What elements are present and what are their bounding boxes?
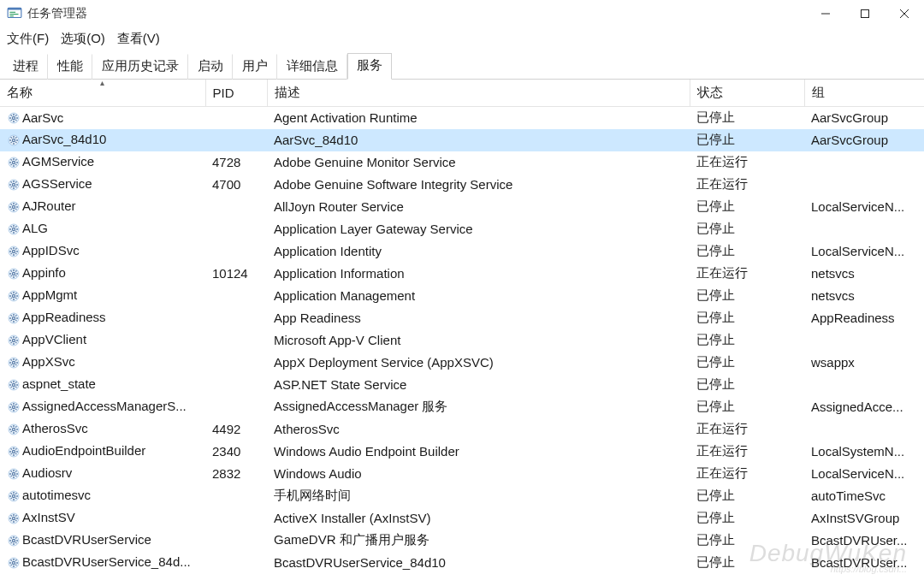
cell-description: Agent Activation Runtime [267,107,690,129]
cell-description: Application Layer Gateway Service [267,218,690,240]
table-row[interactable]: BcastDVRUserService_84d...BcastDVRUserSe… [0,552,924,574]
column-header-description[interactable]: 描述 [267,80,690,107]
svg-rect-1 [8,8,21,9]
service-gear-icon [7,445,21,459]
svg-point-195 [13,473,15,475]
cell-status: 已停止 [690,285,804,307]
cell-group: wsappx [804,352,924,374]
service-gear-icon [7,222,21,236]
cell-name: AJRouter [0,196,205,218]
cell-name: AGSService [0,174,205,196]
service-name-label: AJRouter [22,198,76,213]
table-row[interactable]: AGSService4700Adobe Genuine Software Int… [0,174,924,196]
table-row[interactable]: AudioEndpointBuilder2340Windows Audio En… [0,441,924,463]
menu-view[interactable]: 查看(V) [117,31,160,47]
close-button[interactable] [885,0,924,27]
table-row[interactable]: BcastDVRUserServiceGameDVR 和广播用户服务已停止Bca… [0,530,924,552]
svg-rect-187 [13,470,14,471]
cell-name: aspnet_state [0,374,205,396]
svg-rect-157 [16,406,18,407]
svg-rect-168 [16,429,18,429]
column-header-group[interactable]: 组 [804,80,924,107]
column-header-name[interactable]: ▴ 名称 [0,80,205,107]
menubar: 文件(F) 选项(O) 查看(V) [0,27,924,52]
tab-4[interactable]: 用户 [233,54,277,80]
cell-description: Adobe Genuine Monitor Service [267,151,690,174]
service-name-label: AppXSvc [22,354,75,369]
tab-3[interactable]: 启动 [188,54,233,80]
table-row[interactable]: Audiosrv2832Windows Audio正在运行LocalServic… [0,463,924,485]
table-row[interactable]: AtherosSvc4492AtherosSvc正在运行 [0,418,924,441]
maximize-button[interactable] [845,0,885,27]
table-row[interactable]: AppVClientMicrosoft App-V Client已停止 [0,329,924,352]
table-row[interactable]: AppXSvcAppX Deployment Service (AppXSVC)… [0,352,924,374]
column-header-pid[interactable]: PID [205,80,267,107]
svg-rect-155 [13,410,14,411]
cell-name: BcastDVRUserService_84d... [0,552,205,574]
svg-rect-177 [13,454,14,456]
service-gear-icon [7,556,21,570]
cell-description: ActiveX Installer (AxInstSV) [267,507,690,530]
cell-group: AppReadiness [804,307,924,329]
cell-description: Windows Audio Endpoint Builder [267,441,690,463]
table-row[interactable]: AGMService4728Adobe Genuine Monitor Serv… [0,151,924,174]
cell-pid: 4700 [205,174,267,196]
tab-2[interactable]: 应用历史记录 [92,54,188,80]
svg-rect-167 [9,429,11,429]
svg-point-118 [13,317,15,319]
svg-rect-22 [13,136,14,138]
cell-description: Windows Audio [267,463,690,485]
cell-name: AxInstSV [0,507,205,530]
table-row[interactable]: AppIDSvcApplication Identity已停止LocalServ… [0,240,924,263]
service-gear-icon [7,267,21,281]
service-gear-icon [7,512,21,525]
tab-5[interactable]: 详细信息 [277,54,347,80]
svg-point-63 [13,206,15,208]
table-row[interactable]: ALGApplication Layer Gateway Service已停止 [0,218,924,240]
table-row[interactable]: AarSvc_84d10AarSvc_84d10已停止AarSvcGroup [0,129,924,151]
svg-rect-190 [16,473,18,474]
cell-status: 已停止 [690,485,804,507]
table-row[interactable]: AssignedAccessManagerS...AssignedAccessM… [0,396,924,418]
service-name-label: BcastDVRUserService_84d... [22,554,191,569]
tab-6[interactable]: 服务 [347,53,392,80]
table-row[interactable]: AarSvcAgent Activation Runtime已停止AarSvcG… [0,107,924,129]
cell-description: Adobe Genuine Software Integrity Service [267,174,690,196]
svg-rect-144 [13,388,14,389]
table-row[interactable]: aspnet_stateASP.NET State Service已停止 [0,374,924,396]
cell-group: AarSvcGroup [804,107,924,129]
table-row[interactable]: Appinfo10124Application Information正在运行n… [0,263,924,285]
service-name-label: Appinfo [22,265,66,280]
cell-description: Microsoft App-V Client [267,329,690,352]
svg-point-85 [13,251,15,252]
table-row[interactable]: AJRouterAllJoyn Router Service已停止LocalSe… [0,196,924,218]
table-row[interactable]: autotimesvc手机网络时间已停止autoTimeSvc [0,485,924,507]
svg-point-162 [13,406,15,408]
svg-rect-231 [13,559,14,560]
tab-1[interactable]: 性能 [48,54,92,80]
svg-rect-123 [9,340,11,340]
svg-rect-3 [9,14,18,15]
svg-rect-11 [13,114,14,115]
tab-0[interactable]: 进程 [3,54,48,80]
services-table: ▴ 名称 PID 描述 状态 组 AarSvcAgent Activation … [0,80,924,574]
cell-status: 已停止 [690,196,804,218]
svg-point-30 [13,139,15,141]
minimize-button[interactable] [806,0,845,27]
cell-pid [205,374,267,396]
service-gear-icon [7,200,21,214]
menu-file[interactable]: 文件(F) [7,31,49,47]
cell-pid [205,218,267,240]
cell-status: 已停止 [690,352,804,374]
column-header-status[interactable]: 状态 [690,80,804,107]
menu-options[interactable]: 选项(O) [61,31,105,47]
cell-name: Appinfo [0,263,205,285]
svg-rect-156 [9,406,11,407]
service-name-label: aspnet_state [22,376,96,391]
svg-rect-34 [13,165,14,167]
table-row[interactable]: AxInstSVActiveX Installer (AxInstSV)已停止A… [0,507,924,530]
cell-group [804,418,924,441]
table-row[interactable]: AppMgmtApplication Management已停止netsvcs [0,285,924,307]
cell-name: AppReadiness [0,307,205,329]
table-row[interactable]: AppReadinessApp Readiness已停止AppReadiness [0,307,924,329]
